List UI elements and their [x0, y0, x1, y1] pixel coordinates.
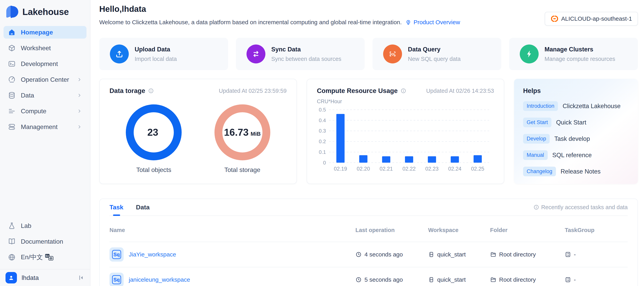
sidebar-item-compute[interactable]: Compute	[4, 105, 86, 117]
user-row[interactable]: lhdata	[0, 269, 90, 286]
workspace-cell: quick_start	[428, 276, 490, 283]
folder-text: Root directory	[499, 276, 536, 283]
sidebar-item-lab[interactable]: Lab	[4, 219, 86, 232]
product-overview-link[interactable]: Product Overview	[414, 19, 460, 26]
collapse-sidebar-icon[interactable]	[78, 274, 84, 281]
app-title: Lakehouse	[22, 7, 69, 17]
sidebar-item-data[interactable]: Data	[4, 89, 86, 102]
sidebar-item-homepage[interactable]: Homepage	[4, 26, 86, 39]
database-icon	[8, 91, 16, 99]
sync-data-card[interactable]: Sync Data Sync between data sources	[236, 38, 365, 70]
alicloud-icon	[550, 15, 558, 23]
folder-icon	[490, 276, 496, 283]
action-title: Upload Data	[135, 46, 177, 53]
sidebar-item-label: Compute	[21, 107, 46, 115]
action-subtitle: Manage compute resources	[544, 56, 615, 62]
table-row: Sq janiceleung_workspace 5 seconds ago q…	[110, 267, 628, 286]
row-name-link[interactable]: janiceleung_workspace	[129, 276, 190, 283]
column-taskgroup: TaskGroup	[565, 227, 628, 233]
chevron-right-icon	[77, 93, 82, 98]
sidebar-item-documentation[interactable]: Documentation	[4, 235, 86, 248]
data-query-card[interactable]: SQL Data Query New SQL query data	[372, 38, 501, 70]
tab-task[interactable]: Task	[110, 199, 124, 215]
card-title: Compute Resource Usage	[317, 87, 398, 95]
sidebar-item-development[interactable]: Development	[4, 58, 86, 70]
tab-data[interactable]: Data	[136, 199, 150, 215]
help-label: Quick Start	[556, 119, 586, 126]
lines-icon	[8, 107, 16, 115]
lakehouse-logo-icon	[5, 5, 19, 19]
manage-clusters-card[interactable]: Manage Clusters Manage compute resources	[509, 38, 638, 70]
region-name: ALICLOUD-ap-southeast-1	[561, 15, 632, 22]
page-header: Hello,lhdata Welcome to Clickzetta Lakeh…	[99, 4, 638, 26]
info-icon	[533, 204, 539, 210]
sidebar-item-label: Worksheet	[21, 45, 51, 52]
workspace-icon	[428, 276, 434, 283]
donut-label: Total storage	[224, 166, 260, 174]
folder-cell: Root directory	[490, 276, 565, 283]
recent-note-text: Recently accessed tasks and data	[541, 204, 628, 211]
svg-text:0.5: 0.5	[319, 107, 326, 112]
sql-worksheet-icon: Sq	[110, 247, 124, 261]
folder-text: Root directory	[499, 251, 536, 258]
help-tag: Introduction	[523, 101, 558, 111]
sidebar-item-management[interactable]: Management	[4, 120, 86, 133]
help-tag: Get Start	[523, 118, 552, 127]
taskgroup-text: -	[574, 276, 576, 283]
folder-icon	[490, 251, 496, 258]
total-storage-donut: 16.73 MiB Total storage	[198, 104, 287, 174]
gauge-icon	[8, 76, 16, 83]
recent-note: Recently accessed tasks and data	[533, 204, 628, 211]
compute-usage-card: Compute Resource Usage Updated At 02/26 …	[307, 79, 504, 184]
sidebar: Lakehouse Homepage Worksheet Development	[0, 0, 90, 286]
help-link-get-start[interactable]: Get Start Quick Start	[523, 118, 629, 127]
info-icon[interactable]	[400, 88, 406, 94]
card-title: Data torage	[110, 87, 145, 95]
help-link-changelog[interactable]: Changelog Release Notes	[523, 167, 629, 176]
donut-value: 23	[147, 127, 158, 138]
quick-actions: Upload Data Import local data Sync Data …	[99, 38, 638, 70]
cube-icon	[8, 44, 16, 52]
help-link-develop[interactable]: Develop Task develop	[523, 134, 629, 144]
bolt-icon	[520, 45, 539, 63]
row-name-link[interactable]: JiaYie_workspace	[129, 251, 176, 258]
upload-data-card[interactable]: Upload Data Import local data	[99, 38, 228, 70]
sidebar-item-worksheet[interactable]: Worksheet	[4, 42, 86, 54]
sidebar-item-label: Operation Center	[21, 76, 69, 83]
updated-at: Updated At 02/26 14:23:53	[426, 88, 494, 94]
region-selector[interactable]: ALICLOUD-ap-southeast-1	[545, 12, 638, 26]
svg-text:02.21: 02.21	[380, 166, 393, 172]
help-link-manual[interactable]: Manual SQL reference	[523, 150, 629, 160]
last-operation-text: 5 seconds ago	[364, 276, 403, 283]
column-folder: Folder	[490, 227, 565, 233]
sidebar-item-operation-center[interactable]: Operation Center	[4, 73, 86, 86]
help-tag: Changelog	[523, 167, 556, 176]
sidebar-item-language[interactable]: En/中文 En	[4, 251, 86, 263]
globe-icon	[8, 253, 16, 261]
help-label: Task develop	[554, 135, 590, 142]
donut-label: Total objects	[136, 166, 171, 174]
help-link-introduction[interactable]: Introduction Clickzetta Lakehouse	[523, 101, 629, 111]
user-icon	[8, 274, 15, 281]
sidebar-nav: Homepage Worksheet Development Operation…	[0, 26, 90, 136]
sq-glyph: Sq	[112, 275, 121, 284]
data-storage-card: Data torage Updated At 02/25 23:59:59 23	[99, 79, 297, 184]
svg-text:0.3: 0.3	[319, 128, 326, 133]
last-operation-text: 4 seconds ago	[364, 251, 403, 258]
svg-text:0: 0	[323, 160, 326, 166]
donut-ring: 16.73 MiB	[214, 104, 270, 160]
y-axis-unit: CRU*Hour	[317, 98, 494, 105]
clock-icon	[356, 251, 362, 258]
info-icon[interactable]	[148, 88, 154, 94]
sql-worksheet-icon: Sq	[110, 273, 124, 286]
recent-panel: Task Data Recently accessed tasks and da…	[99, 199, 638, 286]
page-title: Hello,lhdata	[99, 4, 460, 14]
home-icon	[8, 28, 16, 36]
workspace-text: quick_start	[437, 276, 466, 283]
workspace-icon	[428, 251, 434, 258]
app-logo: Lakehouse	[0, 0, 90, 19]
workspace-cell: quick_start	[428, 251, 490, 258]
sidebar-item-label: Data	[21, 92, 34, 99]
svg-text:02.23: 02.23	[426, 166, 438, 172]
svg-text:02.20: 02.20	[357, 166, 370, 172]
